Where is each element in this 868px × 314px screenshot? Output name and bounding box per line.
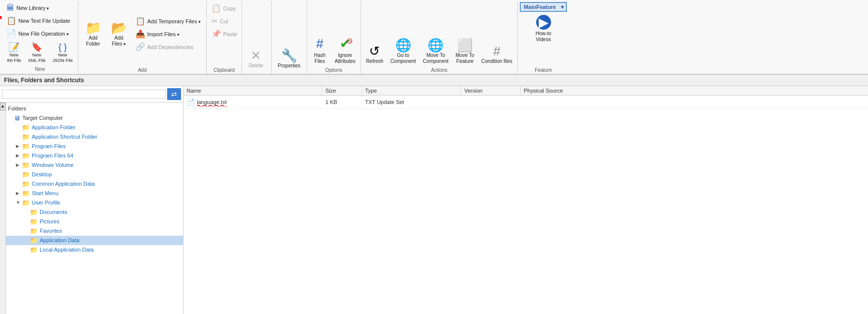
new-library-label: New Library [16,5,49,11]
go-to-component-label: Go toComponent [390,52,416,64]
options-group-title: Options [309,66,359,73]
tree-node-desktop[interactable]: 📁 Desktop [6,170,183,179]
tree-node-program-files-64[interactable]: ▶ 📁 Program Files 64 [6,151,183,160]
file-row-language-txt[interactable]: 📄 language.txt 1 KB TXT Update Set [184,96,868,109]
new-xml-file-button[interactable]: 🔖 NewXML File [25,41,49,65]
new-text-file-update-button[interactable]: 📋 New Text File Update [4,14,72,27]
col-header-source[interactable]: Physical Source [521,86,868,95]
ribbon-bar: 🏛 New Library ↗ 📋 New Text File Update 📄… [0,0,868,74]
add-files-icon: 📂 [111,21,127,34]
condition-files-button[interactable]: # Condition files [478,43,515,66]
copy-label: Copy [223,5,236,11]
windows-volume-label: Windows Volume [32,162,73,168]
filter-input[interactable] [2,90,166,99]
new-file-operation-button[interactable]: 📄 New File Operation [4,27,76,40]
program-files-64-icon: 📁 [22,152,30,159]
tree-node-common-app-data[interactable]: 📁 Common Application Data [6,179,183,189]
new-json-file-button[interactable]: { } NewJSON File [50,41,76,65]
target-computer-icon: 🖥 [14,114,20,122]
program-files-label: Program Files [32,143,65,149]
filter-button[interactable]: ⇄ [167,88,181,100]
delete-button[interactable]: ✕ Delete [245,47,267,71]
tree-node-target-computer[interactable]: 🖥 Target Computer [6,113,183,123]
app-folder-icon: 📁 [22,124,30,131]
add-temp-files-label: Add Temporary Files [147,18,201,24]
feature-dropdown[interactable]: MainFeature [520,2,567,12]
delete-group-spacer [245,71,268,73]
tree-node-app-folder[interactable]: 📁 Application Folder [6,123,183,132]
program-files-64-label: Program Files 64 [32,153,73,158]
move-to-feature-button[interactable]: ⬜ Move ToFeature [452,37,477,66]
properties-button[interactable]: 🔧 Properties [275,47,304,71]
tree-node-app-data[interactable]: 📁 Application Data [6,236,183,245]
tree-node-documents[interactable]: 📁 Documents [6,208,183,217]
refresh-label: Refresh [366,58,383,64]
new-library-button[interactable]: 🏛 New Library [4,2,76,14]
copy-button[interactable]: 📋 Copy [209,2,240,14]
folders-label: Folders [6,105,183,113]
file-icon-txt: 📄 [186,98,195,106]
feature-group-inner: MainFeature ▶ How-toVideos [520,2,567,66]
file-operation-icon: 📄 [6,29,16,38]
new-ini-file-button[interactable]: 📝 NewINI File [4,41,24,65]
clipboard-group: 📋 Copy ✂ Cut 📌 Paste Clipboard [207,1,242,74]
file-cell-version [461,101,521,103]
tree-scrollbar: ▲ ▼ [0,103,6,314]
tree-node-app-shortcut[interactable]: 📁 Application Shortcut Folder [6,132,183,142]
add-temp-files-button[interactable]: 📋 Add Temporary Files [133,15,203,27]
tree-node-start-menu[interactable]: ▶ 📁 Start Menu [6,189,183,198]
tree-node-pictures[interactable]: 📁 Pictures [6,217,183,226]
how-to-videos-button[interactable]: ▶ How-toVideos [533,13,555,45]
scroll-up-button[interactable]: ▲ [0,103,6,110]
add-group: 📁 AddFolder 📂 AddFiles 📋 Add Temporary F… [78,1,207,74]
add-files-button[interactable]: 📂 AddFiles [107,2,131,66]
go-to-component-button[interactable]: 🌐 Go toComponent [387,37,419,66]
toggle-program-files-64: ▶ [16,153,22,158]
new-group-title: New [4,65,76,73]
favorites-icon: 📁 [30,227,38,235]
how-to-videos-label: How-toVideos [536,31,552,43]
hash-files-button[interactable]: # HashFiles [309,34,331,66]
add-files-label: AddFiles [112,35,126,47]
add-dependencies-button[interactable]: 🔗 Add Dependencies [133,41,203,53]
json-icon: { } [59,43,67,52]
paste-button[interactable]: 📌 Paste [209,28,240,40]
import-files-button[interactable]: 📥 Import Files [133,28,203,40]
options-inner: # HashFiles ✔⊖ IgnoreAttributes [309,2,359,66]
tree-node-favorites[interactable]: 📁 Favorites [6,226,183,236]
ini-icon: 📝 [8,43,19,52]
dependencies-icon: 🔗 [135,42,145,52]
col-header-size[interactable]: Size [322,86,362,95]
tree-node-user-profile[interactable]: ▼ 📁 User Profile [6,198,183,208]
file-list-header: Name Size Type Version Physical Source [184,86,868,96]
toggle-user-profile: ▼ [16,200,22,205]
app-shortcut-label: Application Shortcut Folder [32,134,97,140]
col-header-type[interactable]: Type [362,86,461,95]
ignore-attributes-button[interactable]: ✔⊖ IgnoreAttributes [332,34,359,66]
col-header-version[interactable]: Version [461,86,521,95]
target-computer-label: Target Computer [22,115,63,121]
condition-files-icon: # [493,45,500,57]
how-to-videos-icon: ▶ [536,15,551,30]
folder-tree: Folders 🖥 Target Computer 📁 Application … [6,103,183,314]
file-cell-source [521,101,868,103]
add-folder-button[interactable]: 📁 AddFolder [81,2,105,66]
desktop-icon: 📁 [22,171,30,178]
new-ini-label: NewINI File [7,52,21,63]
toggle-program-files: ▶ [16,144,22,149]
main-area: Files, Folders and Shortcuts ⇄ ▲ ▼ Folde… [0,75,868,314]
left-sidebar: ⇄ ▲ ▼ Folders 🖥 Target Computer [0,86,184,314]
tree-node-windows-volume[interactable]: ▶ 📁 Windows Volume [6,160,183,170]
scroll-area: ▲ ▼ Folders 🖥 Target Computer [0,103,183,314]
common-app-data-icon: 📁 [22,180,30,188]
refresh-button[interactable]: ↺ Refresh [363,43,386,66]
go-to-component-icon: 🌐 [395,39,411,52]
col-header-name[interactable]: Name [184,86,322,95]
ignore-attr-icon: ✔⊖ [340,36,351,52]
cut-button[interactable]: ✂ Cut [209,15,240,27]
add-folder-label: AddFolder [86,35,100,47]
move-to-component-button[interactable]: 🌐 Move ToComponent [420,37,452,66]
tree-node-local-app-data[interactable]: 📁 Local Application Data [6,245,183,255]
tree-node-program-files[interactable]: ▶ 📁 Program Files [6,142,183,151]
paste-icon: 📌 [211,29,221,39]
